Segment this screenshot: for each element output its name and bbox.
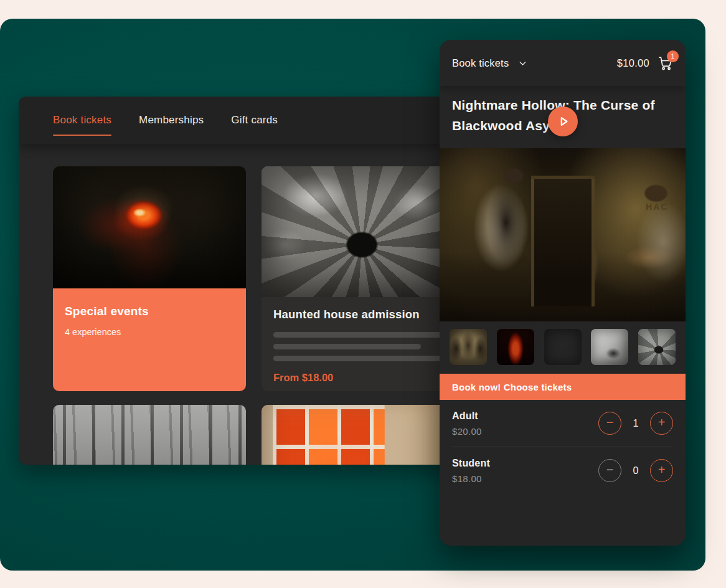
book-tickets-dropdown[interactable]: Book tickets bbox=[452, 57, 527, 69]
thumbnail-stairwell[interactable] bbox=[638, 329, 676, 365]
cart-total: $10.00 bbox=[617, 57, 649, 69]
book-now-banner: Book now! Choose tickets bbox=[440, 374, 686, 400]
ticket-info: Adult $20.00 bbox=[452, 410, 482, 437]
play-button[interactable] bbox=[548, 107, 578, 136]
card-price: From $18.00 bbox=[273, 372, 443, 384]
thumbnail-red-door[interactable] bbox=[544, 329, 582, 365]
tab-book-tickets[interactable]: Book tickets bbox=[53, 97, 111, 144]
skeleton-line bbox=[273, 332, 443, 338]
thumbnail-room-overhead[interactable] bbox=[591, 329, 628, 365]
cart-button[interactable]: 1 bbox=[658, 55, 673, 71]
thumbnail-zombies[interactable] bbox=[450, 329, 487, 365]
ticket-type: Student bbox=[452, 458, 490, 469]
ticket-info: Student $18.00 bbox=[452, 458, 490, 484]
plus-icon[interactable]: + bbox=[650, 459, 673, 482]
mobile-booking-widget: Book tickets $10.00 1 Nightma bbox=[440, 40, 686, 546]
red-window-card[interactable] bbox=[262, 405, 455, 465]
dropdown-label: Book tickets bbox=[452, 57, 509, 69]
tab-gift-cards[interactable]: Gift cards bbox=[231, 97, 278, 144]
student-quantity-stepper: − 0 + bbox=[598, 459, 673, 482]
ticket-row-adult: Adult $20.00 − 1 + bbox=[440, 400, 686, 447]
quantity-value: 1 bbox=[629, 418, 642, 429]
tab-memberships[interactable]: Memberships bbox=[139, 97, 204, 144]
forest-image bbox=[53, 405, 246, 465]
ticket-price: $18.00 bbox=[452, 473, 490, 484]
adult-quantity-stepper: − 1 + bbox=[598, 412, 673, 435]
tab-bar: Book tickets Memberships Gift cards bbox=[19, 97, 473, 144]
skeleton-line bbox=[273, 356, 443, 361]
ticket-row-student: Student $18.00 − 0 + bbox=[440, 447, 686, 494]
desktop-booking-widget: Book tickets Memberships Gift cards Spec… bbox=[19, 97, 473, 465]
cart-badge: 1 bbox=[667, 50, 679, 62]
card-subtitle: 4 experiences bbox=[65, 327, 234, 337]
chevron-down-icon bbox=[518, 59, 527, 68]
minus-icon[interactable]: − bbox=[598, 412, 621, 435]
minus-icon[interactable]: − bbox=[598, 459, 621, 482]
ticket-type: Adult bbox=[452, 410, 482, 422]
forest-card[interactable] bbox=[53, 405, 246, 465]
mobile-header: Book tickets $10.00 1 bbox=[440, 40, 686, 86]
card-title: Haunted house admission bbox=[273, 308, 443, 321]
haunted-house-card-body: Haunted house admission From $18.00 bbox=[262, 297, 455, 391]
cart-area: $10.00 1 bbox=[617, 55, 673, 71]
plus-icon[interactable]: + bbox=[650, 412, 673, 435]
pumpkin-figure-image bbox=[53, 166, 246, 288]
play-icon bbox=[557, 115, 570, 128]
skeleton-line bbox=[273, 344, 421, 349]
special-events-card-footer: Special events 4 experiences bbox=[53, 288, 246, 391]
haunted-house-card[interactable]: Haunted house admission From $18.00 bbox=[262, 166, 455, 391]
staircase-image bbox=[262, 166, 455, 297]
quantity-value: 0 bbox=[629, 465, 642, 477]
ticket-price: $20.00 bbox=[452, 426, 482, 437]
graffiti-text: HAC bbox=[646, 202, 668, 212]
thumbnail-red-doorway[interactable] bbox=[497, 329, 534, 365]
card-title: Special events bbox=[65, 305, 234, 318]
event-video-preview: HAC bbox=[440, 148, 686, 321]
special-events-card[interactable]: Special events 4 experiences bbox=[53, 166, 246, 391]
red-window-image bbox=[262, 405, 455, 465]
gallery-thumbnails bbox=[440, 329, 686, 365]
